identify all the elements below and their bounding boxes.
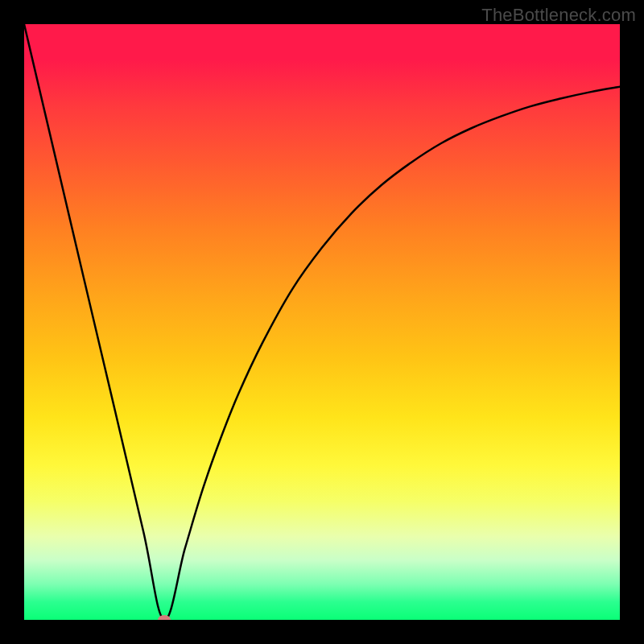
- curve-layer: [24, 24, 620, 620]
- watermark-text: TheBottleneck.com: [481, 5, 636, 26]
- plot-area: [24, 24, 620, 620]
- bottleneck-curve: [24, 24, 620, 620]
- chart-frame: TheBottleneck.com: [0, 0, 644, 644]
- optimal-point-marker: [158, 615, 171, 620]
